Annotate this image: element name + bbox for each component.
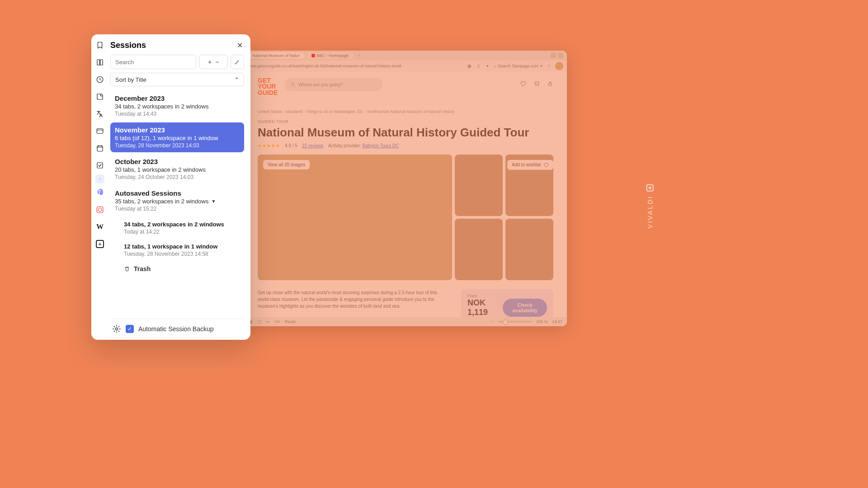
- wikipedia-icon[interactable]: W: [95, 222, 104, 231]
- vivaldi-watermark: VIVALDI: [646, 184, 654, 229]
- clock: 14:47: [552, 319, 562, 324]
- session-item[interactable]: November 2023 6 tabs (of 12), 1 workspac…: [110, 122, 244, 152]
- session-item[interactable]: October 2023 20 tabs, 1 workspace in 2 w…: [110, 154, 244, 184]
- session-subtitle: 34 tabs, 2 workspaces in 2 windows: [124, 221, 240, 228]
- autosaved-title: Autosaved Sessions: [115, 189, 181, 197]
- trash-icon: [124, 266, 130, 272]
- window-controls: [551, 53, 563, 58]
- price-value: NOK 1,119: [467, 298, 496, 317]
- new-tab-button[interactable]: +: [356, 52, 362, 59]
- site-search-placeholder: Where are you going?: [298, 82, 343, 87]
- gallery-thumb[interactable]: [455, 219, 503, 280]
- site-search-input[interactable]: Where are you going?: [285, 78, 382, 91]
- breadcrumb-item[interactable]: United States: [258, 109, 286, 114]
- tab-bar: National Museum of Natur BBC - Homepage …: [244, 51, 567, 61]
- trash-item[interactable]: Trash: [119, 262, 244, 276]
- search-input[interactable]: [110, 55, 196, 69]
- trash-icon[interactable]: [558, 53, 563, 58]
- breadcrumb-item[interactable]: Smithsonian National Museum of Natural H…: [367, 109, 455, 114]
- tab-label: National Museum of Natur: [252, 53, 300, 58]
- check-availability-button[interactable]: Check availability: [503, 299, 547, 317]
- calendar-icon[interactable]: [95, 144, 104, 153]
- view-all-images-button[interactable]: View all 20 images: [263, 160, 310, 169]
- panel-header: Sessions ✕: [110, 41, 244, 50]
- heart-icon[interactable]: [520, 80, 526, 87]
- reviews-link[interactable]: 22 reviews: [302, 143, 324, 148]
- session-time: Tuesday at 14:43: [115, 111, 240, 117]
- wishlist-label: Add to wishlist: [512, 162, 541, 167]
- session-subtitle: 34 tabs, 2 workspaces in 2 windows: [115, 103, 240, 110]
- autosaved-subtitle: 35 tabs, 2 workspaces in 2 windows: [115, 198, 208, 205]
- session-item[interactable]: 12 tabs, 1 workspace in 1 window Tuesday…: [119, 239, 244, 260]
- settings-icon[interactable]: [112, 324, 121, 333]
- session-time: Tuesday, 28 November 2023 14:03: [115, 142, 240, 149]
- window-panel-icon[interactable]: [95, 127, 104, 136]
- tasks-icon[interactable]: [95, 161, 104, 170]
- history-icon[interactable]: [95, 75, 104, 84]
- site-logo[interactable]: GET YOUR GUIDE: [258, 78, 278, 96]
- chevron-down-icon[interactable]: ▾: [540, 64, 542, 68]
- auto-backup-label[interactable]: Automatic Session Backup: [138, 325, 214, 333]
- browser-tab[interactable]: BBC - Homepage: [307, 52, 354, 59]
- panel-icon[interactable]: ▭: [266, 319, 270, 324]
- rating-row: ★★★★★ 4.9 / 5 22 reviews Activity provid…: [258, 143, 553, 148]
- panel-icon-bar: W +: [91, 34, 108, 340]
- mastodon-icon[interactable]: [95, 188, 104, 197]
- close-panel-button[interactable]: ✕: [235, 41, 244, 50]
- logo-line: GUIDE: [258, 89, 278, 96]
- svg-rect-3: [549, 83, 552, 85]
- sessions-panel: W + Sessions ✕ + − Sort by Title ⌃ Decem…: [91, 34, 250, 340]
- reading-list-icon[interactable]: [95, 58, 104, 67]
- dropdown-icon[interactable]: ▾: [485, 63, 490, 69]
- browser-tab[interactable]: National Museum of Natur: [248, 52, 304, 59]
- vivaldi-icon[interactable]: [95, 205, 104, 214]
- status-bar: ▣ ▢ ▭ </> Reset − 100 % 14:47: [244, 317, 567, 326]
- image-icon[interactable]: ▢: [257, 319, 261, 324]
- search-box[interactable]: ⌕Search Startpage.com▾: [494, 64, 542, 68]
- add-panel-button[interactable]: +: [95, 239, 104, 249]
- rating-value: 4.9 / 5: [285, 143, 297, 148]
- extensions-icon[interactable]: ✧: [546, 63, 552, 69]
- address-bar: www.getyourguide.co.uk/washington-dc-l62…: [244, 61, 567, 71]
- cart-icon[interactable]: [533, 80, 540, 87]
- zoom-slider[interactable]: [498, 321, 532, 323]
- bookmarks-icon[interactable]: [95, 41, 104, 50]
- zoom-out-button[interactable]: −: [491, 319, 494, 324]
- autosaved-header[interactable]: Autosaved Sessions 35 tabs, 2 workspaces…: [110, 186, 244, 216]
- gallery-thumb[interactable]: [455, 155, 503, 216]
- gallery-main-image[interactable]: View all 20 images Add to wishlist: [258, 155, 452, 280]
- reset-zoom-button[interactable]: Reset: [285, 319, 296, 324]
- add-remove-session-button[interactable]: + −: [199, 55, 228, 69]
- edit-session-button[interactable]: [231, 55, 244, 69]
- session-item[interactable]: 34 tabs, 2 workspaces in 2 windows Today…: [119, 217, 244, 238]
- profile-avatar[interactable]: [555, 62, 563, 70]
- page-title: National Museum of Natural History Guide…: [258, 126, 553, 140]
- gallery-thumb[interactable]: [505, 219, 553, 280]
- add-to-wishlist-button[interactable]: Add to wishlist: [507, 160, 553, 170]
- auto-backup-checkbox[interactable]: ✓: [126, 325, 134, 333]
- notes-icon[interactable]: [95, 92, 104, 101]
- breadcrumb: United States Maryland Things to do in W…: [258, 96, 553, 114]
- cloud-icon[interactable]: [551, 53, 556, 58]
- session-time: Today at 14:22: [124, 229, 240, 235]
- url-field[interactable]: www.getyourguide.co.uk/washington-dc-l62…: [248, 64, 463, 68]
- breadcrumb-item[interactable]: Things to do in Washington, DC: [306, 109, 367, 114]
- autosaved-time: Tuesday at 15:22: [115, 206, 240, 212]
- lock-icon[interactable]: [547, 80, 553, 87]
- breadcrumb-item[interactable]: Maryland: [286, 109, 306, 114]
- page-content: GET YOUR GUIDE Where are you going? Unit…: [244, 71, 567, 326]
- header-actions: [520, 78, 553, 87]
- bookmark-icon[interactable]: ▯: [476, 63, 481, 69]
- search-icon: [290, 82, 296, 87]
- caret-down-icon: ▼: [211, 199, 216, 204]
- session-item[interactable]: December 2023 34 tabs, 2 workspaces in 2…: [110, 91, 244, 121]
- stars-icon: ★★★★★: [258, 143, 280, 148]
- code-icon[interactable]: </>: [274, 319, 280, 324]
- session-subtitle: 20 tabs, 1 workspace in 2 windows: [115, 166, 240, 173]
- sessions-icon[interactable]: [95, 174, 104, 183]
- qr-icon[interactable]: ▦: [467, 63, 472, 69]
- sort-dropdown[interactable]: Sort by Title ⌃: [110, 73, 244, 86]
- translate-icon[interactable]: [95, 109, 104, 118]
- provider-link[interactable]: Babylon Tours DC: [363, 143, 399, 148]
- image-gallery: View all 20 images Add to wishlist: [258, 155, 553, 280]
